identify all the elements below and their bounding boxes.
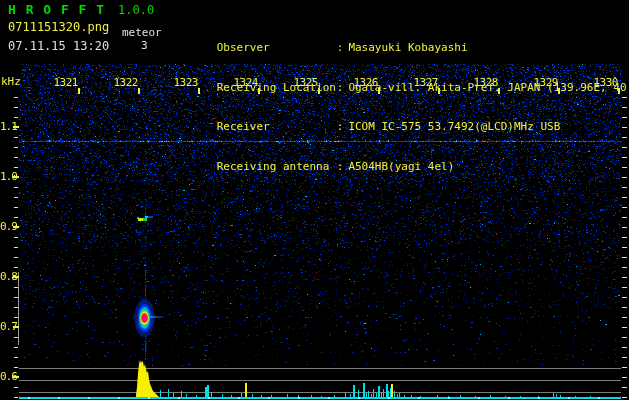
station-info-row: Receiving Location:Ogata-vill. Akita-Pre…	[177, 68, 629, 82]
app-version: 1.0.0	[118, 3, 154, 17]
hrofft-window: H R O F F T 1.0.0 0711151320.png meteor …	[0, 0, 629, 400]
station-info-row: Receiving antenna:A504HB(yagi 4el)	[177, 147, 629, 161]
receiver-label: Receiver	[217, 120, 337, 133]
meteor-count-label: meteor	[122, 26, 162, 39]
observer-label: Observer	[217, 41, 337, 54]
receiver-value: ICOM IC-575 53.7492(@LCD)MHz USB	[348, 120, 560, 133]
receiving-antenna-value: A504HB(yagi 4el)	[348, 160, 454, 173]
separator: :	[337, 160, 344, 173]
receiving-antenna-label: Receiving antenna	[217, 160, 337, 173]
separator: :	[337, 120, 344, 133]
station-info: Observer:Masayuki Kobayashi Receiving Lo…	[177, 2, 629, 187]
datetime: 07.11.15 13:20	[8, 39, 109, 53]
observer-value: Masayuki Kobayashi	[348, 41, 467, 54]
receiving-location-value: Ogata-vill. Akita-Pref. JAPAN (139.96E, …	[348, 81, 629, 94]
receiving-location-label: Receiving Location	[217, 81, 337, 94]
app-title: H R O F F T	[8, 2, 105, 17]
filename: 0711151320.png	[8, 20, 109, 34]
separator: :	[337, 41, 344, 54]
station-info-row: Receiver:ICOM IC-575 53.7492(@LCD)MHz US…	[177, 107, 629, 121]
meteor-count-value: 3	[141, 39, 148, 52]
station-info-row: Observer:Masayuki Kobayashi	[177, 28, 629, 42]
separator: :	[337, 81, 344, 94]
